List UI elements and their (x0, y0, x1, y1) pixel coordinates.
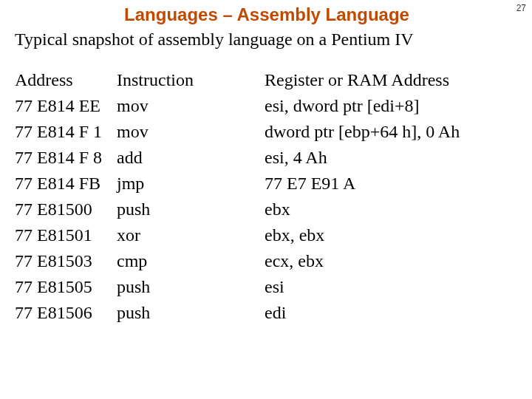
cell-address: 77 E81500 (15, 200, 117, 219)
cell-instruction: xor (117, 225, 265, 245)
cell-operand: esi (265, 277, 519, 297)
cell-instruction: cmp (117, 251, 265, 271)
page-number: 27 (516, 3, 526, 13)
cell-address: 77 E814 FB (15, 174, 117, 194)
cell-instruction: add (117, 148, 265, 168)
slide-title: Languages – Assembly Language (15, 4, 519, 25)
cell-address: 77 E814 F 8 (15, 148, 117, 168)
cell-instruction: mov (117, 122, 265, 142)
cell-address: 77 E814 F 1 (15, 122, 117, 142)
col-header-instruction: Instruction (117, 70, 265, 90)
cell-instruction: mov (117, 96, 265, 116)
assembly-table: Address Instruction Register or RAM Addr… (15, 70, 519, 323)
slide-subtitle: Typical snapshot of assembly language on… (15, 30, 519, 50)
cell-operand: esi, 4 Ah (265, 148, 519, 168)
cell-operand: edi (265, 303, 519, 323)
cell-instruction: push (117, 200, 265, 219)
cell-instruction: push (117, 303, 265, 323)
cell-address: 77 E81501 (15, 225, 117, 245)
cell-operand: dword ptr [ebp+64 h], 0 Ah (265, 122, 519, 142)
cell-address: 77 E81503 (15, 251, 117, 271)
cell-instruction: jmp (117, 174, 265, 194)
cell-address: 77 E81505 (15, 277, 117, 297)
col-header-address: Address (15, 70, 117, 90)
cell-operand: ebx (265, 200, 519, 219)
cell-address: 77 E814 EE (15, 96, 117, 116)
cell-operand: 77 E7 E91 A (265, 174, 519, 194)
cell-operand: ecx, ebx (265, 251, 519, 271)
col-header-operand: Register or RAM Address (265, 70, 519, 90)
cell-instruction: push (117, 277, 265, 297)
cell-address: 77 E81506 (15, 303, 117, 323)
cell-operand: ebx, ebx (265, 225, 519, 245)
cell-operand: esi, dword ptr [edi+8] (265, 96, 519, 116)
